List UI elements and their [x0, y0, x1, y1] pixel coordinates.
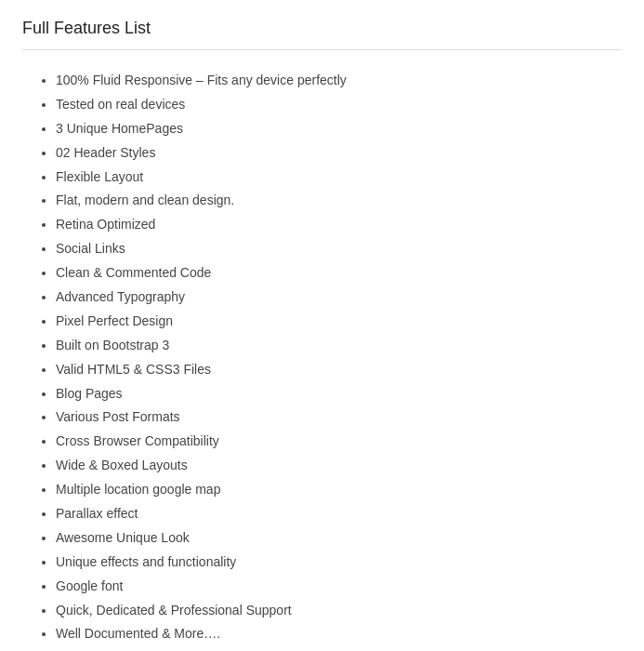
list-item: Social Links: [56, 237, 622, 261]
list-item: Google font: [56, 575, 622, 599]
list-item: Retina Optimized: [56, 213, 622, 237]
list-item: Built on Bootstrap 3: [56, 334, 622, 358]
list-item: Well Documented & More….: [56, 622, 622, 646]
list-item: Quick, Dedicated & Professional Support: [56, 599, 622, 623]
features-list: 100% Fluid Responsive – Fits any device …: [22, 69, 622, 646]
list-item: Wide & Boxed Layouts: [56, 454, 622, 478]
list-item: Unique effects and functionality: [56, 551, 622, 575]
list-item: Clean & Commented Code: [56, 261, 622, 286]
list-item: Cross Browser Compatibility: [56, 430, 622, 454]
list-item: 02 Header Styles: [56, 141, 622, 166]
list-item: Parallax effect: [56, 502, 622, 526]
list-item: Valid HTML5 & CSS3 Files: [56, 358, 622, 382]
list-item: Blog Pages: [56, 382, 622, 406]
list-item: Flexible Layout: [56, 166, 622, 190]
divider: [22, 49, 622, 50]
list-item: 100% Fluid Responsive – Fits any device …: [56, 69, 622, 93]
list-item: Tested on real devices: [56, 93, 622, 117]
list-item: Various Post Formats: [56, 405, 622, 430]
list-item: 3 Unique HomePages: [56, 117, 622, 141]
list-item: Pixel Perfect Design: [56, 310, 622, 334]
page-title: Full Features List: [22, 19, 622, 38]
list-item: Flat, modern and clean design.: [56, 189, 622, 213]
list-item: Multiple location google map: [56, 478, 622, 502]
list-item: Advanced Typography: [56, 286, 622, 310]
list-item: Awesome Unique Look: [56, 526, 622, 551]
